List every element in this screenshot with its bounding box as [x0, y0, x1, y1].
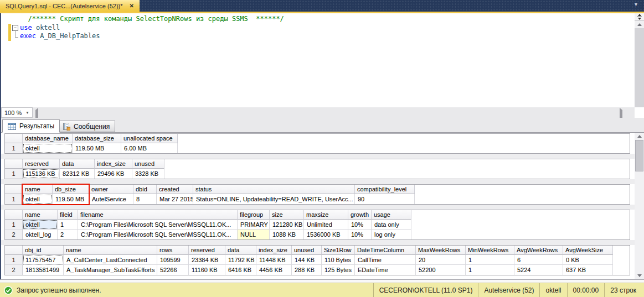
result-cell[interactable]: 115136 KB [23, 169, 60, 179]
result-cell[interactable]: 6 [514, 255, 563, 265]
select-all-corner[interactable] [5, 134, 23, 143]
column-header-dbid[interactable]: dbid [133, 185, 157, 194]
tab-messages[interactable]: Сообщения [57, 121, 115, 132]
result-cell[interactable]: 0 KB [563, 255, 613, 265]
result-cell[interactable]: 109599 [157, 255, 189, 265]
column-header-AvgWeekSize[interactable]: AvgWeekSize [563, 246, 613, 255]
code-line[interactable]: exec A_DB_HelpTables [20, 32, 284, 41]
chevron-down-icon[interactable]: ▼ [633, 2, 638, 7]
scroll-up-icon[interactable] [635, 21, 644, 28]
column-header-data[interactable]: data [60, 159, 95, 169]
splitter-grip-icon[interactable] [635, 13, 644, 21]
select-all-corner[interactable] [5, 210, 23, 220]
column-header-Size1Row[interactable]: Size1Row [322, 246, 355, 255]
result-cell[interactable]: 90 [355, 194, 415, 204]
result-cell[interactable]: 23384 KB [189, 255, 225, 265]
result-cell[interactable]: 10% [348, 220, 372, 230]
result-cell[interactable]: C:\Program Files\Microsoft SQL Server\MS… [78, 230, 238, 239]
row-header[interactable]: 1 [5, 143, 23, 153]
result-cell[interactable]: Mar 27 2015 [157, 194, 193, 204]
column-header-rows[interactable]: rows [157, 246, 189, 255]
result-cell[interactable]: 52266 [157, 265, 189, 275]
code-line[interactable]: /****** Скрипт для команды SelectTopNRow… [20, 15, 284, 24]
result-cell[interactable]: 144 KB [292, 255, 322, 265]
result-cell[interactable]: 110 Bytes [322, 255, 355, 265]
result-cell[interactable]: 119.50 MB [73, 143, 121, 153]
result-cell[interactable]: 121280 KB [270, 220, 304, 230]
result-cell[interactable]: Status=ONLINE, Updateability=READ_WRITE,… [193, 194, 355, 204]
result-cell[interactable]: A_TaskManager_SubTaskEfforts [64, 265, 157, 275]
column-header-name[interactable]: name [64, 246, 157, 255]
column-header-maxsize[interactable]: maxsize [304, 210, 348, 220]
select-all-corner[interactable] [5, 246, 23, 255]
result-cell[interactable]: C:\Program Files\Microsoft SQL Server\MS… [78, 220, 238, 230]
results-vertical-scrollbar[interactable] [635, 133, 644, 279]
column-header-reserved[interactable]: reserved [189, 246, 225, 255]
column-header-status[interactable]: status [193, 185, 355, 194]
column-header-filegroup[interactable]: filegroup [238, 210, 270, 220]
column-header-filename[interactable]: filename [78, 210, 238, 220]
result-cell[interactable]: log only [372, 230, 411, 239]
result-cell[interactable]: 1813581499 [23, 265, 64, 275]
column-header-data[interactable]: data [225, 246, 256, 255]
result-cell[interactable]: 20 [416, 255, 466, 265]
result-cell[interactable]: 29496 KB [95, 169, 132, 179]
result-cell[interactable]: 52200 [416, 265, 466, 275]
result-cell[interactable]: oktell [23, 143, 73, 153]
result-cell[interactable]: oktell [23, 220, 58, 230]
result-cell[interactable]: 6416 KB [225, 265, 256, 275]
column-header-database_size[interactable]: database_size [73, 134, 121, 143]
result-cell[interactable]: 3328 KB [132, 169, 164, 179]
result-cell[interactable]: Unlimited [304, 220, 348, 230]
row-header[interactable]: 1 [5, 255, 23, 265]
scroll-up-icon[interactable] [635, 133, 644, 140]
sql-editor[interactable]: − /****** Скрипт для команды SelectTopNR… [1, 13, 635, 107]
scrollbar-thumb[interactable] [635, 140, 643, 171]
result-cell[interactable]: 1536000 KB [304, 230, 348, 239]
result-cell[interactable]: 8 [133, 194, 157, 204]
result-cell[interactable]: A_CallCenter_LastConnected [64, 255, 157, 265]
result-cell[interactable]: PRIMARY [238, 220, 270, 230]
result-cell[interactable]: data only [372, 220, 411, 230]
column-header-compatibility_level[interactable]: compatibility_level [355, 185, 415, 194]
result-cell[interactable]: 82312 KB [60, 169, 95, 179]
column-header-MinWeekRows[interactable]: MinWeekRows [466, 246, 514, 255]
column-header-database_name[interactable]: database_name [23, 134, 73, 143]
column-header-size[interactable]: size [270, 210, 304, 220]
column-header-growth[interactable]: growth [348, 210, 372, 220]
document-tab[interactable]: SQLQuery1.sql - CEC...(Autelservice (52)… [0, 0, 140, 12]
result-cell[interactable]: 117575457 [23, 255, 64, 265]
column-header-fileid[interactable]: fileid [58, 210, 78, 220]
result-cell[interactable]: oktell [23, 194, 53, 204]
result-cell[interactable]: 2 [58, 230, 78, 239]
column-header-unallocated space[interactable]: unallocated space [121, 134, 178, 143]
close-icon[interactable]: ✕ [130, 3, 134, 9]
column-header-index_size[interactable]: index_size [256, 246, 292, 255]
row-header[interactable]: 1 [5, 169, 23, 179]
row-header[interactable]: 1 [5, 220, 23, 230]
result-cell[interactable]: AutelService [89, 194, 133, 204]
result-cell[interactable]: CallTime [355, 255, 416, 265]
column-header-name[interactable]: name [23, 185, 53, 194]
row-header[interactable]: 1 [5, 194, 23, 204]
column-header-unused[interactable]: unused [292, 246, 322, 255]
result-cell[interactable]: 6.00 MB [121, 143, 178, 153]
result-cell[interactable]: 10% [348, 230, 372, 239]
column-header-AvgWeekRows[interactable]: AvgWeekRows [514, 246, 563, 255]
select-all-corner[interactable] [5, 159, 23, 169]
scroll-down-icon[interactable] [635, 272, 644, 279]
result-cell[interactable]: 11792 KB [225, 255, 256, 265]
result-cell[interactable]: 1088 KB [270, 230, 304, 239]
column-header-index_size[interactable]: index_size [95, 159, 132, 169]
code-line[interactable]: use oktell [20, 24, 284, 33]
column-header-reserved[interactable]: reserved [23, 159, 60, 169]
editor-zoom-select[interactable]: 100 % ▼ [1, 107, 33, 118]
column-header-usage[interactable]: usage [372, 210, 411, 220]
result-cell[interactable]: NULL [238, 230, 270, 239]
result-cell[interactable]: 288 KB [292, 265, 322, 275]
result-cell[interactable]: EDateTime [355, 265, 416, 275]
result-cell[interactable]: 119.50 MB [53, 194, 89, 204]
column-header-MaxWeekRows[interactable]: MaxWeekRows [416, 246, 466, 255]
column-header-obj_id[interactable]: obj_id [23, 246, 64, 255]
column-header-name[interactable]: name [23, 210, 58, 220]
